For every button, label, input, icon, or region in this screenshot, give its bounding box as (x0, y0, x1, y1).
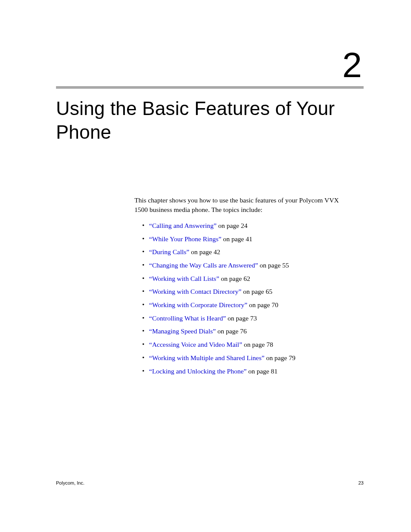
list-item: “Locking and Unlocking the Phone” on pag… (142, 367, 350, 376)
list-item: “Working with Multiple and Shared Lines”… (142, 353, 350, 363)
list-item: “Calling and Answering” on page 24 (142, 221, 350, 230)
topic-link[interactable]: “During Calls” (149, 248, 189, 255)
document-page: 2 Using the Basic Features of Your Phone… (0, 0, 411, 532)
topic-link[interactable]: “Locking and Unlocking the Phone” (149, 367, 246, 375)
topic-page-ref: on page 24 (217, 222, 248, 229)
topic-link[interactable]: “Changing the Way Calls are Answered” (149, 261, 258, 269)
list-item: “Working with Call Lists” on page 62 (142, 274, 350, 283)
topic-link[interactable]: “Accessing Voice and Video Mail” (149, 341, 242, 348)
topic-link[interactable]: “Calling and Answering” (149, 222, 217, 229)
topic-page-ref: on page 55 (258, 261, 289, 269)
chapter-number: 2 (56, 47, 364, 83)
topic-page-ref: on page 76 (216, 327, 247, 335)
topic-link[interactable]: “Working with Call Lists” (149, 275, 219, 282)
page-number: 23 (358, 480, 364, 485)
list-item: “Working with Corporate Directory” on pa… (142, 300, 350, 310)
topic-page-ref: on page 78 (242, 341, 273, 348)
list-item: “Managing Speed Dials” on page 76 (142, 327, 350, 336)
chapter-title: Using the Basic Features of Your Phone (56, 96, 364, 144)
list-item: “During Calls” on page 42 (142, 247, 350, 257)
list-item: “Working with Contact Directory” on page… (142, 287, 350, 296)
list-item: “Changing the Way Calls are Answered” on… (142, 261, 350, 270)
footer-company: Polycom, Inc. (56, 480, 84, 485)
topic-link[interactable]: “Working with Corporate Directory” (149, 301, 247, 308)
body-column: This chapter shows you how to use the ba… (134, 196, 350, 376)
topic-link[interactable]: “Working with Multiple and Shared Lines” (149, 354, 265, 361)
intro-paragraph: This chapter shows you how to use the ba… (134, 196, 350, 215)
topic-page-ref: on page 81 (246, 367, 277, 375)
topic-page-ref: on page 65 (241, 288, 272, 295)
topic-page-ref: on page 62 (219, 275, 250, 282)
page-footer: Polycom, Inc. 23 (56, 480, 364, 485)
topic-page-ref: on page 42 (189, 248, 220, 255)
list-item: “Controlling What is Heard” on page 73 (142, 314, 350, 323)
list-item: “Accessing Voice and Video Mail” on page… (142, 340, 350, 349)
topic-link[interactable]: “Managing Speed Dials” (149, 327, 216, 335)
topic-page-ref: on page 41 (221, 235, 252, 243)
chapter-divider (56, 86, 364, 89)
topic-page-ref: on page 79 (265, 354, 296, 361)
topic-list: “Calling and Answering” on page 24 “Whil… (134, 221, 350, 376)
list-item: “While Your Phone Rings” on page 41 (142, 234, 350, 244)
topic-link[interactable]: “Controlling What is Heard” (149, 314, 226, 322)
topic-page-ref: on page 73 (226, 314, 257, 322)
topic-link[interactable]: “Working with Contact Directory” (149, 288, 241, 295)
topic-link[interactable]: “While Your Phone Rings” (149, 235, 221, 243)
topic-page-ref: on page 70 (247, 301, 278, 308)
